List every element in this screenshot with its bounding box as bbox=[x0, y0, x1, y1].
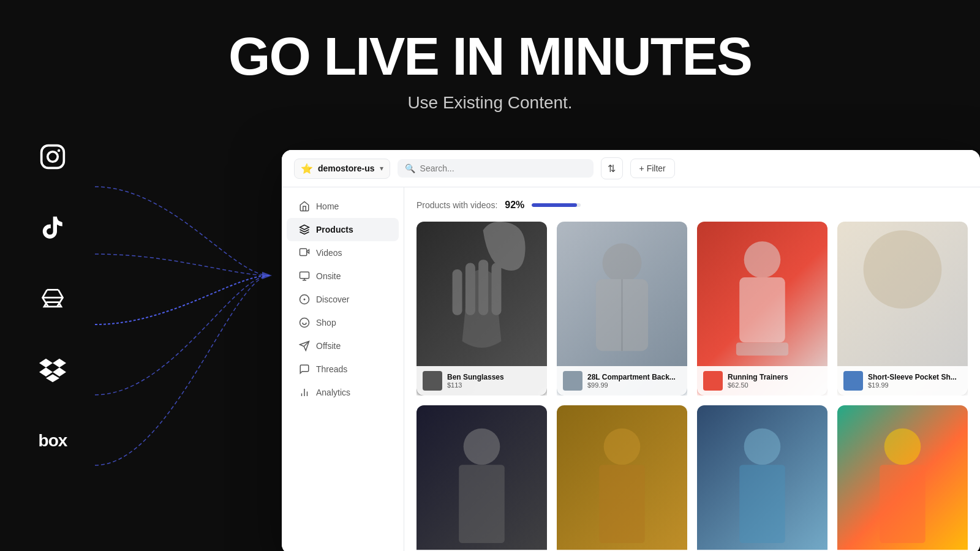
svg-point-31 bbox=[604, 429, 641, 465]
sidebar-item-shop[interactable]: Shop bbox=[287, 311, 399, 334]
product-thumb-2 bbox=[563, 371, 582, 391]
product-details-2: 28L Compartment Back... $99.99 bbox=[587, 373, 676, 389]
search-icon: 🔍 bbox=[405, 163, 415, 173]
sidebar-item-shop-label: Shop bbox=[316, 318, 336, 328]
product-price-2: $99.99 bbox=[587, 381, 676, 389]
hero-subtitle: Use Existing Content. bbox=[0, 93, 980, 113]
product-card-2[interactable]: 28L Compartment Back... $99.99 bbox=[557, 222, 687, 395]
svg-point-1 bbox=[48, 152, 58, 162]
videos-icon bbox=[299, 247, 310, 258]
product-name-2: 28L Compartment Back... bbox=[587, 373, 676, 381]
sidebar-item-products-label: Products bbox=[316, 225, 353, 234]
product-card-3[interactable]: Running Trainers $62.50 bbox=[697, 222, 827, 395]
svg-point-25 bbox=[744, 241, 781, 278]
product-name-1: Ben Sunglasses bbox=[447, 373, 504, 381]
svg-rect-32 bbox=[599, 465, 645, 543]
instagram-icon bbox=[37, 141, 69, 173]
app-body: Home Products bbox=[282, 187, 980, 551]
dropbox-icon bbox=[37, 354, 69, 386]
svg-rect-21 bbox=[453, 269, 462, 315]
filter-button[interactable]: + Filter bbox=[630, 159, 675, 178]
sidebar-item-videos-label: Videos bbox=[316, 248, 342, 258]
offsite-icon bbox=[299, 340, 310, 351]
product-thumb-1 bbox=[423, 371, 442, 391]
product-card-6[interactable]: Short Sleeve Shirt $39 bbox=[557, 405, 687, 551]
product-info-1: Ben Sunglasses $113 bbox=[417, 366, 547, 395]
sidebar-item-onsite[interactable]: Onsite bbox=[287, 264, 399, 288]
sidebar-item-onsite-label: Onsite bbox=[316, 271, 341, 281]
sort-button[interactable]: ⇅ bbox=[601, 157, 623, 179]
onsite-icon bbox=[299, 271, 310, 282]
product-price-4: $19.99 bbox=[868, 381, 957, 389]
discover-icon bbox=[299, 294, 310, 305]
svg-rect-5 bbox=[300, 249, 307, 255]
product-card-7[interactable]: Beenie $25 bbox=[697, 405, 827, 551]
product-info-2: 28L Compartment Back... $99.99 bbox=[557, 366, 687, 395]
app-window: ⭐ demostore-us ▾ 🔍 ⇅ + Filter Home bbox=[282, 150, 980, 551]
svg-point-11 bbox=[304, 299, 305, 300]
product-card-4[interactable]: Short-Sleeve Pocket Sh... $19.99 bbox=[837, 222, 968, 395]
shop-icon bbox=[299, 317, 310, 328]
analytics-icon bbox=[299, 387, 310, 398]
search-input[interactable] bbox=[420, 163, 586, 173]
svg-point-22 bbox=[603, 244, 642, 283]
sidebar-item-videos[interactable]: Videos bbox=[287, 241, 399, 264]
svg-rect-27 bbox=[736, 342, 788, 355]
svg-rect-36 bbox=[880, 465, 925, 543]
svg-rect-30 bbox=[459, 465, 505, 543]
store-selector[interactable]: ⭐ demostore-us ▾ bbox=[294, 159, 390, 179]
products-icon bbox=[299, 224, 310, 235]
google-drive-icon bbox=[37, 283, 69, 315]
sidebar-item-threads-label: Threads bbox=[316, 364, 347, 374]
stats-label: Products with videos: bbox=[417, 200, 497, 210]
svg-point-33 bbox=[744, 429, 781, 465]
hero-title: GO LIVE IN MINUTES bbox=[0, 29, 980, 83]
box-logo-text: box bbox=[39, 431, 67, 451]
product-details-4: Short-Sleeve Pocket Sh... $19.99 bbox=[868, 373, 957, 389]
product-info-3: Running Trainers $62.50 bbox=[697, 366, 827, 395]
threads-icon bbox=[299, 364, 310, 375]
svg-rect-34 bbox=[739, 465, 785, 543]
product-grid: Ben Sunglasses $113 bbox=[417, 222, 968, 551]
sidebar: Home Products bbox=[282, 187, 404, 551]
search-bar[interactable]: 🔍 bbox=[398, 159, 594, 178]
product-details-3: Running Trainers $62.50 bbox=[728, 373, 788, 389]
svg-point-28 bbox=[864, 230, 942, 309]
sidebar-item-home-label: Home bbox=[316, 201, 339, 211]
svg-rect-0 bbox=[42, 146, 64, 168]
chevron-down-icon: ▾ bbox=[380, 164, 383, 173]
svg-point-2 bbox=[58, 149, 60, 152]
store-emoji: ⭐ bbox=[301, 163, 313, 174]
product-name-3: Running Trainers bbox=[728, 373, 788, 381]
stats-bar: Products with videos: 92% bbox=[417, 200, 968, 211]
sidebar-item-discover-label: Discover bbox=[316, 294, 349, 304]
progress-fill bbox=[532, 203, 577, 207]
product-price-3: $62.50 bbox=[728, 381, 788, 389]
sidebar-item-products[interactable]: Products bbox=[287, 218, 399, 241]
home-icon bbox=[299, 201, 310, 212]
sidebar-item-offsite[interactable]: Offsite bbox=[287, 334, 399, 358]
product-info-4: Short-Sleeve Pocket Sh... $19.99 bbox=[837, 366, 968, 395]
product-price-1: $113 bbox=[447, 381, 504, 389]
product-details-1: Ben Sunglasses $113 bbox=[447, 373, 504, 389]
top-bar: ⭐ demostore-us ▾ 🔍 ⇅ + Filter bbox=[282, 150, 980, 187]
sidebar-item-threads[interactable]: Threads bbox=[287, 358, 399, 381]
svg-rect-20 bbox=[491, 263, 501, 315]
sidebar-item-analytics-label: Analytics bbox=[316, 388, 350, 397]
product-thumb-3 bbox=[703, 371, 723, 391]
svg-rect-18 bbox=[466, 263, 475, 315]
sidebar-item-home[interactable]: Home bbox=[287, 195, 399, 218]
product-card-8[interactable]: Casual Sunglasses $45 bbox=[837, 405, 968, 551]
svg-point-35 bbox=[884, 429, 921, 465]
sidebar-item-discover[interactable]: Discover bbox=[287, 288, 399, 311]
svg-rect-26 bbox=[739, 277, 785, 343]
sidebar-item-analytics[interactable]: Analytics bbox=[287, 381, 399, 404]
box-icon: box bbox=[37, 425, 69, 457]
product-card-5[interactable]: Kids Jacket $89 bbox=[417, 405, 547, 551]
svg-rect-7 bbox=[300, 272, 309, 279]
svg-rect-19 bbox=[478, 260, 488, 315]
product-card-1[interactable]: Ben Sunglasses $113 bbox=[417, 222, 547, 395]
svg-marker-4 bbox=[300, 225, 309, 230]
store-name: demostore-us bbox=[318, 163, 375, 173]
progress-track bbox=[532, 203, 581, 207]
